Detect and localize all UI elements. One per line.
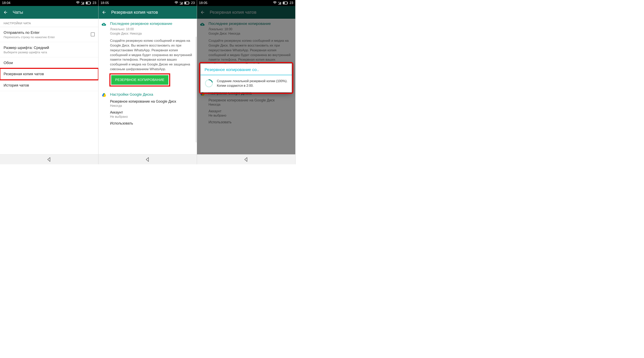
dialog-message: Создание локальной резервной копии (100%… [217, 79, 288, 88]
local-backup-line: Локально: 18:00 [110, 27, 193, 32]
nav-back-icon[interactable] [46, 156, 52, 163]
screen-backup-progress: 18:05 23 Резервная копия чатов Последнее… [197, 0, 296, 164]
arrow-left-icon [3, 10, 8, 15]
battery-icon [283, 1, 288, 5]
setting-backup-frequency[interactable]: Резервное копирование на Google Диск Ник… [110, 99, 193, 108]
battery-icon [86, 1, 91, 5]
screen-chat-backup: 18:05 23 Резервная копия чатов Последнее… [98, 0, 197, 164]
setting-enter-to-send[interactable]: Отправлять по Enter Переносить строку по… [0, 27, 98, 42]
setting-chat-history[interactable]: История чатов [0, 80, 98, 91]
wifi-icon [174, 1, 178, 5]
item-title: Отправлять по Enter [4, 30, 88, 35]
section-header: НАСТРОЙКИ ЧАТА [0, 19, 98, 27]
last-backup-section: Последнее резервное копирование Локально… [98, 19, 197, 86]
page-title: Резервная копия чатов [111, 10, 158, 15]
app-bar: Резервная копия чатов [98, 6, 197, 19]
gdrive-settings-section: Настройки Google Диска Резервное копиров… [98, 90, 197, 127]
setting-font-size[interactable]: Размер шрифта: Средний Выберите размер ш… [0, 42, 98, 57]
setting-use-network[interactable]: Использовать [110, 121, 193, 125]
last-backup-heading: Последнее резервное копирование [110, 22, 193, 26]
backup-description: Создайте резервную копию сообщений и мед… [110, 38, 193, 72]
gdrive-backup-line: Google Диск: Никогда [110, 32, 193, 36]
item-subtitle: Выберите размер шрифта чата [4, 51, 95, 54]
page-title: Чаты [13, 10, 23, 15]
item-title: Резервная копия чатов [4, 72, 95, 76]
checkbox[interactable] [91, 32, 95, 36]
status-time: 18:05 [100, 1, 109, 5]
setting-account[interactable]: Аккаунт Не выбрано [110, 110, 193, 118]
status-bar: 18:05 23 [98, 0, 197, 6]
gdrive-settings-heading: Настройки Google Диска [110, 92, 193, 97]
wifi-icon [76, 1, 80, 5]
battery-level: 23 [290, 1, 293, 5]
backup-button-highlight: РЕЗЕРВНОЕ КОПИРОВАНИЕ [110, 74, 170, 86]
item-title: История чатов [4, 83, 95, 88]
backup-button[interactable]: РЕЗЕРВНОЕ КОПИРОВАНИЕ [111, 75, 168, 85]
back-button[interactable] [3, 10, 8, 15]
battery-level: 23 [191, 1, 195, 5]
settings-list: НАСТРОЙКИ ЧАТА Отправлять по Enter Перен… [0, 19, 98, 154]
back-button[interactable] [102, 10, 106, 15]
status-time: 18:04 [2, 1, 10, 5]
status-bar: 18:05 23 [197, 0, 295, 6]
system-nav-bar [98, 154, 197, 164]
setting-wallpaper[interactable]: Обои [0, 57, 98, 69]
system-nav-bar [0, 154, 98, 164]
item-title: Обои [4, 61, 95, 65]
item-title: Размер шрифта: Средний [4, 45, 95, 50]
item-subtitle: Переносить строку по нажатию Enter [4, 35, 88, 39]
setting-chat-backup[interactable]: Резервная копия чатов [0, 68, 98, 80]
wifi-icon [273, 1, 277, 5]
google-drive-icon [102, 93, 106, 97]
app-bar: Чаты [0, 6, 98, 19]
nav-back-icon[interactable] [244, 156, 249, 163]
battery-icon [184, 1, 190, 5]
arrow-left-icon [102, 10, 106, 15]
nav-back-icon[interactable] [145, 156, 150, 163]
item-subtitle: Никогда [110, 104, 193, 108]
progress-spinner-icon [204, 79, 213, 88]
backup-progress-dialog: Резервное копирование со.. Создание лока… [200, 64, 292, 92]
battery-level: 23 [92, 1, 96, 5]
item-subtitle: Не выбрано [110, 115, 193, 118]
status-bar: 18:04 23 [0, 0, 98, 6]
system-nav-bar [197, 154, 295, 164]
item-title: Аккаунт [110, 110, 193, 115]
dialog-title: Резервное копирование со.. [200, 64, 292, 75]
signal-icon [81, 1, 84, 5]
scrollbar[interactable] [196, 37, 196, 142]
screen-chats-settings: 18:04 23 Чаты НАСТРОЙКИ ЧАТА Отправлять … [0, 0, 98, 164]
item-title: Резервное копирование на Google Диск [110, 99, 193, 104]
status-time: 18:05 [199, 1, 208, 5]
backup-content[interactable]: Последнее резервное копирование Локально… [98, 19, 197, 154]
signal-icon [278, 1, 282, 5]
item-title: Использовать [110, 121, 193, 125]
signal-icon [180, 1, 183, 5]
cloud-upload-icon [102, 22, 107, 26]
